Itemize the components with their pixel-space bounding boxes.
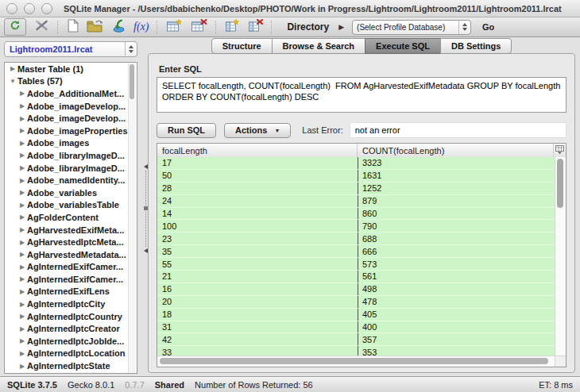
chevron-right-icon[interactable]: ▶ — [17, 213, 27, 221]
table-row[interactable]: 42357 — [157, 333, 555, 346]
tree-item[interactable]: ▶Adobe_imageDevelop... — [5, 112, 137, 125]
table-row[interactable]: 281252 — [157, 183, 555, 195]
chevron-right-icon[interactable]: ▶ — [8, 65, 17, 72]
table-row[interactable]: 31400 — [157, 321, 555, 334]
chevron-right-icon[interactable]: ▶ — [17, 313, 27, 320]
table-row[interactable]: 16498 — [157, 283, 555, 296]
create-index-button[interactable] — [225, 19, 240, 35]
table-row[interactable]: 24879 — [157, 195, 555, 208]
new-database-button[interactable] — [67, 19, 79, 35]
chevron-right-icon[interactable]: ▶ — [17, 363, 27, 370]
tree-item[interactable]: ▶Adobe_variablesTable — [5, 199, 137, 212]
tree-item[interactable]: ▶AgInternedIptcJobIde... — [5, 335, 137, 348]
open-database-button[interactable] — [87, 19, 104, 35]
tree-item[interactable]: ▶AgInternedExifCamer... — [5, 273, 137, 286]
tree-item[interactable]: ▶AgInternedIptcCreator — [5, 322, 137, 335]
chevron-right-icon[interactable]: ▶ — [17, 189, 27, 196]
go-button[interactable]: Go — [479, 17, 497, 37]
chevron-right-icon[interactable]: ▶ — [17, 239, 27, 246]
column-header-focal-length[interactable]: focalLength — [157, 144, 358, 157]
tree-item[interactable]: ▶Adobe_variables — [5, 186, 137, 199]
chevron-right-icon[interactable]: ▶ — [17, 337, 27, 344]
chevron-right-icon[interactable]: ▶ — [17, 90, 27, 97]
chevron-right-icon[interactable]: ▶ — [17, 350, 27, 357]
window-zoom-button[interactable] — [41, 3, 52, 14]
table-row[interactable]: 173323 — [157, 157, 555, 170]
tree-item[interactable]: ▶Adobe_imageDevelop... — [5, 100, 137, 113]
chevron-right-icon[interactable]: ▶ — [17, 325, 27, 332]
chevron-right-icon[interactable]: ▶ — [17, 152, 27, 159]
tree-item[interactable]: ▶AgHarvestedIptcMeta... — [5, 236, 137, 248]
tree-item[interactable]: ▶AgInternedIptcLocation — [5, 348, 137, 360]
table-row[interactable]: 35666 — [157, 245, 555, 258]
tree-item[interactable]: ▶AgHarvestedExifMeta... — [5, 224, 137, 236]
tab-db-settings[interactable]: DB Settings — [440, 38, 512, 54]
tree-scrollbar[interactable] — [128, 63, 136, 372]
chevron-right-icon[interactable]: ▶ — [17, 115, 27, 122]
tree-item[interactable]: ▶AgInternedIptcCity — [5, 298, 137, 310]
tab-structure[interactable]: Structure — [211, 38, 273, 54]
tree-item[interactable]: ▶AgInternedIptcState — [5, 359, 137, 372]
database-select[interactable]: Lightroom2011.lrcat — [4, 41, 137, 57]
import-button[interactable] — [112, 19, 126, 35]
vertical-scrollbar-thumb[interactable] — [557, 159, 563, 208]
chevron-right-icon[interactable]: ▶ — [17, 177, 27, 184]
table-row[interactable]: 55573 — [157, 258, 555, 271]
chevron-right-icon[interactable]: ▶ — [17, 202, 27, 209]
table-row[interactable]: 100790 — [157, 220, 555, 233]
table-row[interactable]: 23688 — [157, 233, 555, 245]
create-table-button[interactable] — [166, 19, 183, 35]
tree-item[interactable]: ▶Adobe_namedIdentity... — [5, 174, 137, 186]
horizontal-scrollbar[interactable] — [157, 355, 555, 367]
window-close-button[interactable] — [6, 3, 17, 14]
table-row[interactable]: 21561 — [157, 271, 555, 283]
table-row[interactable]: 18405 — [157, 309, 555, 321]
chevron-right-icon[interactable]: ▶ — [17, 102, 27, 110]
directory-menu-button[interactable]: Directory — [287, 19, 329, 35]
tree-item[interactable]: ▶AgInternedIptcCountry — [5, 310, 137, 323]
table-row[interactable]: 20478 — [157, 296, 555, 309]
tree-item[interactable]: ▶Adobe_libraryImageD... — [5, 149, 137, 162]
refresh-button[interactable] — [4, 18, 26, 36]
chevron-down-icon[interactable]: ▼ — [8, 78, 17, 85]
tree-item[interactable]: ▶AgInternedExifLens — [5, 286, 137, 298]
chevron-right-icon[interactable]: ▶ — [17, 275, 27, 282]
actions-dropdown-button[interactable]: Actions ▼ — [224, 123, 291, 138]
settings-button[interactable] — [34, 19, 49, 35]
chevron-right-icon[interactable]: ▶ — [17, 140, 27, 147]
tree-item[interactable]: ▶AgInternedExifCamer... — [5, 261, 137, 274]
profile-database-select[interactable]: (Select Profile Database) — [352, 20, 471, 35]
tree-item[interactable]: ▶Master Table (1) — [5, 63, 137, 75]
tree-scrollbar-thumb[interactable] — [130, 64, 134, 99]
tree-item[interactable]: ▶AgLastCatalogExport — [5, 372, 137, 374]
directory-go-arrow-button[interactable]: ▶ — [337, 19, 344, 35]
column-picker-button[interactable] — [553, 144, 566, 157]
column-header-count[interactable]: COUNT(focalLength) — [358, 144, 553, 157]
chevron-right-icon[interactable]: ▶ — [17, 164, 27, 171]
functions-button[interactable]: f(x) — [133, 19, 149, 35]
chevron-right-icon[interactable]: ▶ — [17, 263, 27, 271]
vertical-scrollbar[interactable] — [555, 157, 566, 356]
tree-item[interactable]: ▶Adobe_images — [5, 137, 137, 150]
chevron-right-icon[interactable]: ▶ — [17, 301, 27, 308]
chevron-right-icon[interactable]: ▶ — [17, 226, 27, 233]
horizontal-scrollbar-thumb[interactable] — [160, 358, 548, 364]
chevron-right-icon[interactable]: ▶ — [17, 251, 27, 258]
table-row[interactable]: 501631 — [157, 170, 555, 183]
tree-item[interactable]: ▶AgFolderContent — [5, 211, 137, 224]
chevron-right-icon[interactable]: ▶ — [17, 127, 27, 134]
drop-index-button[interactable] — [248, 19, 263, 35]
tree-item[interactable]: ▼Tables (57) — [5, 75, 137, 88]
chevron-right-icon[interactable]: ▶ — [17, 288, 27, 295]
table-row[interactable]: 14860 — [157, 208, 555, 221]
tab-execute-sql[interactable]: Execute SQL — [365, 38, 441, 54]
sql-input[interactable]: SELECT focalLength, COUNT(focalLength) F… — [157, 77, 566, 113]
run-sql-button[interactable]: Run SQL — [157, 123, 216, 138]
tab-browse-search[interactable]: Browse & Search — [272, 38, 365, 54]
window-minimize-button[interactable] — [24, 3, 35, 14]
tree-item[interactable]: ▶Adobe_AdditionalMet... — [5, 87, 137, 100]
drop-table-button[interactable] — [191, 19, 207, 35]
tree-item[interactable]: ▶Adobe_imageProperties — [5, 125, 137, 137]
tree-item[interactable]: ▶AgHarvestedMetadata... — [5, 248, 137, 261]
tree-item[interactable]: ▶Adobe_libraryImageD... — [5, 162, 137, 175]
